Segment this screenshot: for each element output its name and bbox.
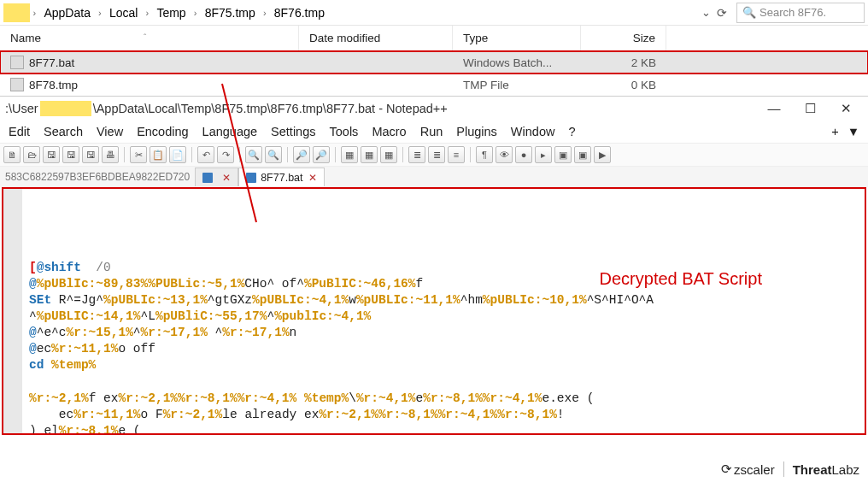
chevron-right-icon: ›: [30, 8, 38, 18]
toolbar-button[interactable]: 🖫: [82, 146, 99, 163]
minimize-button[interactable]: —: [765, 101, 783, 116]
menu-tools[interactable]: Tools: [323, 125, 366, 138]
breadcrumb-item[interactable]: 8F75.tmp: [200, 6, 261, 20]
menu-?[interactable]: ?: [561, 125, 582, 138]
title-suffix: \AppData\Local\Temp\8F75.tmp\8F76.tmp\8F…: [93, 102, 448, 115]
menubar: EditSearchViewEncodingLanguageSettingsTo…: [0, 120, 868, 143]
chevron-right-icon: ›: [261, 8, 269, 18]
close-button[interactable]: ✕: [837, 101, 854, 116]
sort-indicator-icon: ˆ: [144, 33, 146, 43]
toolbar: 🗎🗁🖫🖫🖫🖶✂📋📄↶↷🔍🔍🔎🔎▦▦▦≣≣≡¶👁●▸▣▣▶: [0, 143, 868, 167]
divider: [783, 461, 784, 477]
toolbar-separator: [124, 147, 125, 162]
tab-label: 8F77.bat: [261, 172, 302, 184]
toolbar-button[interactable]: 🗁: [23, 146, 40, 163]
menu-view[interactable]: View: [90, 125, 130, 138]
breadcrumb-item[interactable]: 8F76.tmp: [269, 6, 330, 20]
toolbar-button[interactable]: 📋: [150, 146, 167, 163]
toolbar-button[interactable]: 🔎: [313, 146, 330, 163]
dropdown-icon[interactable]: ▼: [847, 125, 859, 138]
toolbar-button[interactable]: ¶: [476, 146, 493, 163]
chevron-right-icon: ›: [96, 8, 104, 18]
chevron-down-icon[interactable]: ⌄: [699, 6, 713, 19]
toolbar-button[interactable]: ≣: [428, 146, 445, 163]
toolbar-separator: [402, 147, 403, 162]
zscaler-icon: ⟳: [721, 461, 732, 477]
menu-search[interactable]: Search: [37, 125, 90, 138]
toolbar-button[interactable]: 📄: [169, 146, 186, 163]
toolbar-button[interactable]: ▸: [535, 146, 552, 163]
tab-other[interactable]: ✕: [195, 168, 238, 186]
close-tab-icon[interactable]: ✕: [308, 172, 317, 184]
menu-run[interactable]: Run: [413, 125, 450, 138]
breadcrumb-item[interactable]: Local: [104, 6, 143, 20]
titlebar: :\User\AppData\Local\Temp\8F75.tmp\8F76.…: [0, 97, 868, 120]
annotation-label: Decrypted BAT Script: [600, 267, 762, 290]
toolbar-button[interactable]: ≡: [448, 146, 465, 163]
chevron-right-icon: ›: [143, 8, 151, 18]
notepad-window: :\User\AppData\Local\Temp\8F75.tmp\8F76.…: [0, 97, 868, 435]
column-size[interactable]: Size: [581, 26, 666, 50]
menu-plugins[interactable]: Plugins: [449, 125, 504, 138]
toolbar-separator: [287, 147, 288, 162]
zscaler-logo: ⟳ zscaler: [721, 461, 775, 477]
chevron-right-icon: ›: [191, 8, 200, 18]
add-tab-button[interactable]: +: [831, 125, 838, 138]
column-name[interactable]: Name ˆ: [0, 26, 299, 50]
column-type[interactable]: Type: [453, 26, 581, 50]
toolbar-button[interactable]: 🖶: [102, 146, 119, 163]
close-tab-icon[interactable]: ✕: [222, 172, 231, 184]
title-path: :\User\AppData\Local\Temp\8F75.tmp\8F76.…: [5, 101, 765, 116]
toolbar-button[interactable]: 🔎: [293, 146, 310, 163]
menu-language[interactable]: Language: [196, 125, 265, 138]
toolbar-button[interactable]: ▣: [574, 146, 591, 163]
toolbar-button[interactable]: 🖫: [43, 146, 60, 163]
column-headers: Name ˆ Date modified Type Size: [0, 26, 868, 51]
threatlabz-light: Labz: [831, 462, 859, 477]
toolbar-button[interactable]: ▦: [341, 146, 358, 163]
title-prefix: :\User: [5, 102, 38, 115]
maximize-button[interactable]: ☐: [801, 101, 818, 116]
breadcrumb-item[interactable]: AppData: [38, 6, 95, 20]
refresh-icon[interactable]: ⟳: [713, 6, 731, 20]
save-icon: [202, 173, 213, 183]
file-row[interactable]: 8F78.tmpTMP File0 KB: [0, 73, 868, 96]
toolbar-button[interactable]: ▦: [380, 146, 397, 163]
toolbar-button[interactable]: 🔍: [245, 146, 262, 163]
file-type: TMP File: [453, 79, 581, 91]
toolbar-button[interactable]: 👁: [496, 146, 513, 163]
search-input[interactable]: 🔍 Search 8F76.: [736, 3, 865, 23]
menu-window[interactable]: Window: [504, 125, 562, 138]
toolbar-button[interactable]: 🔍: [265, 146, 282, 163]
zscaler-text: zscaler: [734, 462, 775, 477]
breadcrumb-item[interactable]: Temp: [151, 6, 191, 20]
tab-active[interactable]: 8F77.bat ✕: [238, 168, 324, 186]
toolbar-button[interactable]: 🗎: [3, 146, 21, 163]
file-name: 8F78.tmp: [29, 79, 78, 91]
menu-encoding[interactable]: Encoding: [130, 125, 195, 138]
menu-settings[interactable]: Settings: [264, 125, 322, 138]
file-list: 8F77.batWindows Batch...2 KB8F78.tmpTMP …: [0, 51, 868, 96]
code-editor[interactable]: Decrypted BAT Script [@shift /0@%pUBlIc:…: [2, 187, 866, 435]
file-row[interactable]: 8F77.batWindows Batch...2 KB: [0, 51, 868, 73]
toolbar-button[interactable]: ≣: [408, 146, 425, 163]
column-name-label: Name: [10, 32, 41, 44]
menu-edit[interactable]: Edit: [2, 125, 37, 138]
tab-prefix-text: 583C6822597B3EF6BDBEA9822ED720: [0, 171, 195, 183]
breadcrumb[interactable]: › AppData › Local › Temp › 8F75.tmp › 8F…: [3, 3, 699, 22]
footer-logos: ⟳ zscaler ThreatLabz: [718, 460, 863, 479]
toolbar-button[interactable]: ▶: [594, 146, 611, 163]
column-date[interactable]: Date modified: [299, 26, 453, 50]
toolbar-button[interactable]: 🖫: [62, 146, 79, 163]
window-controls: — ☐ ✕: [765, 101, 863, 116]
toolbar-button[interactable]: ↶: [197, 146, 214, 163]
toolbar-button[interactable]: ✂: [130, 146, 147, 163]
toolbar-button[interactable]: ●: [515, 146, 532, 163]
menu-macro[interactable]: Macro: [365, 125, 413, 138]
toolbar-button[interactable]: ▣: [554, 146, 572, 163]
search-placeholder: Search 8F76.: [760, 6, 826, 19]
toolbar-button[interactable]: ↷: [217, 146, 234, 163]
gutter: [3, 189, 22, 433]
toolbar-button[interactable]: ▦: [361, 146, 378, 163]
file-size: 0 KB: [581, 79, 666, 91]
